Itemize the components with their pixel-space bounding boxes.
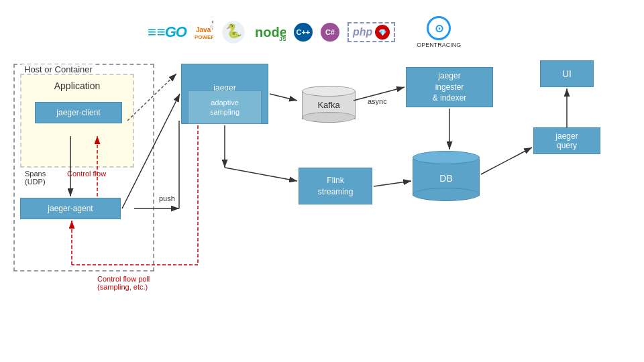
control-flow-poll-label: Control flow poll(sampling, etc.) [97, 275, 150, 291]
flink-box: Flinkstreaming [299, 168, 372, 204]
java-logo: Java™ POWERED ☕ [195, 20, 213, 44]
opentracing-icon: ⊙ [427, 16, 451, 40]
async-label: async [368, 97, 387, 105]
node-logo: node JS [254, 22, 286, 42]
db-bottom [413, 188, 480, 201]
jaeger-ingester-box: jaegeringester& indexer [406, 67, 493, 107]
jaeger-client-label: jaeger-client [56, 108, 100, 117]
jaeger-ingester-label: jaegeringester& indexer [433, 70, 467, 104]
kafka-top [302, 86, 356, 97]
control-flow-poll-text: Control flow poll(sampling, etc.) [97, 275, 150, 291]
jaeger-query-box: jaegerquery [533, 127, 600, 154]
opentracing-label: OPENTRACING [417, 42, 461, 48]
cpp-logo: C++ [294, 23, 313, 42]
logos-bar: ≡GO Java™ POWERED ☕ 🐍 node JS C++ C# php… [148, 12, 624, 52]
ui-box: UI [540, 60, 594, 87]
db-top [413, 151, 480, 164]
python-logo: 🐍 [221, 20, 246, 44]
adaptive-sampling-box: adaptivesampling [188, 90, 262, 124]
architecture-diagram: Host or Container Application jaeger-cli… [10, 57, 634, 352]
adaptive-sampling-label: adaptivesampling [210, 98, 239, 117]
flink-label: Flinkstreaming [318, 175, 354, 198]
svg-line-17 [225, 168, 297, 181]
application-box: Application jaeger-client [20, 74, 134, 168]
kafka-cylinder: Kafka [302, 86, 356, 123]
app-label: Application [21, 80, 133, 91]
ruby-logo: 💎 [375, 25, 390, 40]
csharp-logo: C# [321, 23, 339, 42]
go-logo: ≡GO [148, 23, 186, 41]
kafka-box: Kafka [299, 84, 359, 124]
kafka-bottom [302, 112, 356, 123]
jaeger-client-box: jaeger-client [35, 102, 122, 123]
spans-label: Spans(UDP) [25, 170, 46, 186]
php-logo-box: php 💎 [347, 22, 395, 42]
svg-line-14 [270, 94, 297, 101]
jaeger-query-label: jaegerquery [555, 131, 578, 150]
svg-text:🐍: 🐍 [225, 23, 241, 39]
svg-line-18 [374, 181, 411, 186]
push-label: push [159, 194, 175, 202]
opentracing-logo: ⊙ OPENTRACING [417, 16, 461, 48]
jaeger-agent-label: jaeger-agent [48, 204, 93, 213]
control-flow-inline-label: Control flow [67, 170, 106, 178]
svg-text:☕: ☕ [209, 20, 213, 29]
svg-text:JS: JS [279, 36, 286, 42]
svg-line-20 [481, 147, 532, 174]
control-flow-text: Control flow [67, 170, 106, 178]
host-label: Host or Container [21, 64, 95, 74]
svg-text:POWERED: POWERED [195, 34, 213, 40]
php-text: php [353, 26, 372, 38]
kafka-label: Kafka [317, 100, 339, 110]
jaeger-agent-box: jaeger-agent [20, 198, 121, 219]
ui-label: UI [562, 68, 572, 79]
spans-text: Spans(UDP) [25, 170, 46, 186]
db-box: DB [413, 151, 480, 201]
db-label: DB [439, 173, 452, 184]
